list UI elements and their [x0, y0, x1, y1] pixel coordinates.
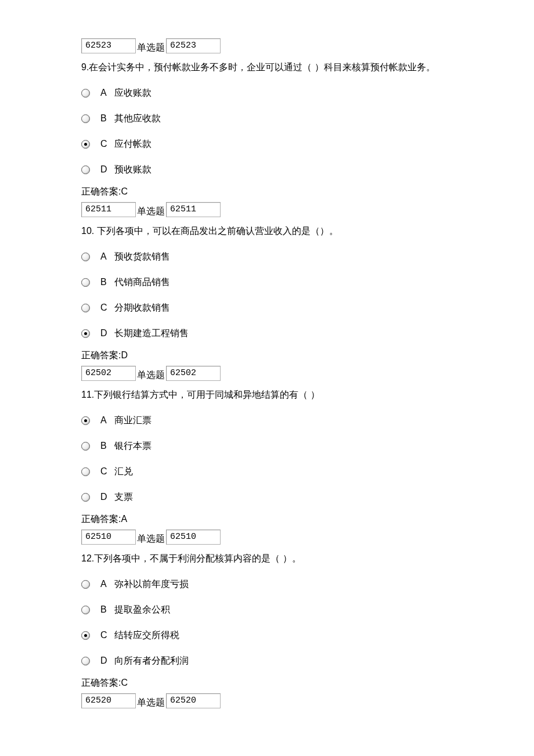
question-number: 10. — [81, 226, 94, 236]
question-stem: 12.下列各项中，不属于利润分配核算内容的是（ ）。 — [81, 552, 453, 566]
option-letter: C — [100, 301, 111, 315]
correct-answer: 正确答案:C — [81, 185, 453, 199]
option-letter: B — [100, 603, 111, 617]
question-id-box-2[interactable]: 62523 — [166, 38, 221, 53]
option-letter: A — [100, 250, 111, 264]
option-letter: D — [100, 654, 111, 668]
option-row[interactable]: D向所有者分配利润 — [81, 648, 453, 674]
question-type-label: 单选题 — [137, 532, 165, 546]
option-text: 预收账款 — [114, 163, 151, 177]
option-text: 其他应收款 — [114, 111, 161, 125]
question-id-row: 62502单选题62502 — [81, 366, 453, 381]
option-row[interactable]: A应收账款 — [81, 80, 453, 106]
option-row[interactable]: C汇兑 — [81, 459, 453, 484]
option-row[interactable]: D预收账款 — [81, 157, 453, 182]
option-text: 应收账款 — [114, 86, 151, 100]
option-row[interactable]: C结转应交所得税 — [81, 622, 453, 648]
radio-button[interactable] — [81, 253, 90, 261]
option-text: 分期收款销售 — [114, 301, 170, 315]
question-id-box-2[interactable]: 62502 — [166, 366, 221, 381]
question-id-box-1[interactable]: 62502 — [81, 366, 136, 381]
radio-button[interactable] — [81, 493, 90, 502]
radio-button[interactable] — [81, 89, 90, 98]
question-number: 12. — [81, 553, 94, 563]
radio-button[interactable] — [81, 329, 90, 338]
radio-button[interactable] — [81, 442, 90, 451]
question-id-row: 62523单选题62523 — [81, 38, 453, 53]
radio-button[interactable] — [81, 657, 90, 665]
option-letter: B — [100, 439, 111, 453]
option-text: 弥补以前年度亏损 — [114, 577, 189, 591]
option-text: 代销商品销售 — [114, 275, 170, 289]
option-text: 应付帐款 — [114, 137, 151, 151]
radio-button[interactable] — [81, 114, 90, 123]
correct-answer: 正确答案:C — [81, 676, 453, 690]
option-letter: A — [100, 413, 111, 427]
options-group: A预收货款销售B代销商品销售C分期收款销售D长期建造工程销售 — [81, 244, 453, 346]
option-row[interactable]: B银行本票 — [81, 433, 453, 459]
option-row[interactable]: C分期收款销售 — [81, 295, 453, 321]
option-letter: C — [100, 465, 111, 478]
option-row[interactable]: A弥补以前年度亏损 — [81, 571, 453, 597]
question-id-box-2[interactable]: 62510 — [166, 530, 221, 545]
option-letter: C — [100, 137, 111, 151]
option-text: 向所有者分配利润 — [114, 654, 189, 668]
radio-button[interactable] — [81, 631, 90, 640]
radio-button[interactable] — [81, 416, 90, 425]
option-row[interactable]: A预收货款销售 — [81, 244, 453, 269]
options-group: A弥补以前年度亏损B提取盈余公积C结转应交所得税D向所有者分配利润 — [81, 571, 453, 674]
option-letter: A — [100, 577, 111, 591]
option-row[interactable]: D支票 — [81, 484, 453, 510]
question-id-row: 62510单选题62510 — [81, 530, 453, 545]
option-row[interactable]: D长期建造工程销售 — [81, 321, 453, 346]
option-letter: C — [100, 628, 111, 642]
question-id-box-2[interactable]: 62520 — [166, 693, 221, 708]
question-type-label: 单选题 — [137, 204, 165, 218]
question-type-label: 单选题 — [137, 368, 165, 382]
question-type-label: 单选题 — [137, 41, 165, 55]
option-row[interactable]: C应付帐款 — [81, 131, 453, 157]
option-text: 提取盈余公积 — [114, 603, 170, 617]
options-group: A应收账款B其他应收款C应付帐款D预收账款 — [81, 80, 453, 182]
options-group: A商业汇票B银行本票C汇兑D支票 — [81, 408, 453, 510]
option-text: 长期建造工程销售 — [114, 326, 189, 340]
question-type-label: 单选题 — [137, 696, 165, 710]
question-id-box-1[interactable]: 62520 — [81, 693, 136, 708]
radio-button[interactable] — [81, 606, 90, 614]
question-number: 9. — [81, 62, 89, 72]
option-text: 结转应交所得税 — [114, 628, 179, 642]
radio-button[interactable] — [81, 165, 90, 174]
question-id-row: 62511单选题62511 — [81, 202, 453, 217]
radio-button[interactable] — [81, 467, 90, 476]
option-letter: B — [100, 111, 111, 125]
question-id-row: 62520单选题62520 — [81, 693, 453, 708]
option-row[interactable]: B提取盈余公积 — [81, 597, 453, 622]
question-id-box-2[interactable]: 62511 — [166, 202, 221, 217]
question-id-box-1[interactable]: 62523 — [81, 38, 136, 53]
radio-button[interactable] — [81, 278, 90, 287]
question-number: 11. — [81, 390, 94, 399]
question-stem: 11.下列银行结算方式中，可用于同城和异地结算的有（ ） — [81, 388, 453, 402]
radio-button[interactable] — [81, 580, 90, 589]
question-text: 下列各项中，可以在商品发出之前确认营业收入的是（）。 — [94, 226, 338, 236]
question-stem: 10. 下列各项中，可以在商品发出之前确认营业收入的是（）。 — [81, 224, 453, 238]
option-letter: D — [100, 326, 111, 340]
option-text: 银行本票 — [114, 439, 151, 453]
question-id-box-1[interactable]: 62511 — [81, 202, 136, 217]
question-text: 下列各项中，不属于利润分配核算内容的是（ ）。 — [94, 553, 301, 563]
question-text: 下列银行结算方式中，可用于同城和异地结算的有（ ） — [94, 390, 319, 399]
option-letter: A — [100, 86, 111, 100]
question-id-box-1[interactable]: 62510 — [81, 530, 136, 545]
question-text: 在会计实务中，预付帐款业务不多时，企业可以通过（ ）科目来核算预付帐款业务。 — [89, 62, 435, 72]
radio-button[interactable] — [81, 140, 90, 149]
option-text: 支票 — [114, 490, 133, 504]
question-stem: 9.在会计实务中，预付帐款业务不多时，企业可以通过（ ）科目来核算预付帐款业务。 — [81, 60, 453, 74]
option-text: 商业汇票 — [114, 413, 151, 427]
correct-answer: 正确答案:A — [81, 512, 453, 526]
radio-button[interactable] — [81, 304, 90, 312]
option-letter: D — [100, 163, 111, 177]
option-row[interactable]: B其他应收款 — [81, 106, 453, 131]
option-row[interactable]: A商业汇票 — [81, 408, 453, 433]
option-row[interactable]: B代销商品销售 — [81, 269, 453, 295]
option-letter: D — [100, 490, 111, 504]
